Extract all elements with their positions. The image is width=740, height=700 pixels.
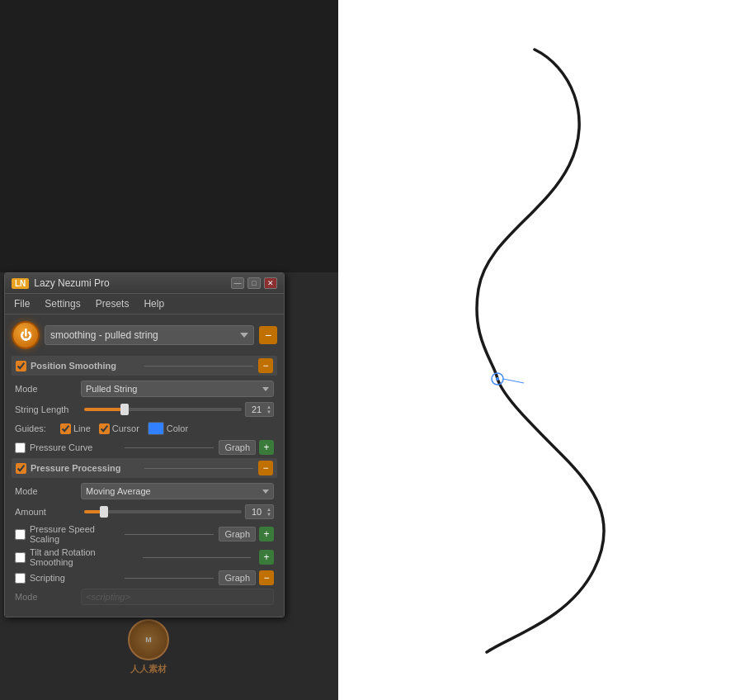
watermark-text: 人人素材	[130, 663, 167, 675]
guide-line-label: Line	[73, 423, 91, 433]
string-length-fill	[84, 408, 124, 411]
tilt-rotation-plus[interactable]: +	[259, 550, 274, 565]
preset-dropdown[interactable]: smoothing - pulled string	[45, 325, 254, 345]
tilt-rotation-row: Tilt and Rotation Smoothing +	[12, 547, 277, 567]
preset-minus-button[interactable]: −	[259, 326, 277, 344]
mode-label: Mode	[15, 384, 81, 394]
pressure-processing-label: Pressure Processing	[31, 463, 139, 473]
scripting-row: Scripting Graph −	[12, 570, 277, 585]
disabled-mode-row: Mode	[12, 589, 277, 605]
guide-line-checkbox[interactable]	[60, 423, 71, 434]
scripting-checkbox[interactable]	[15, 573, 26, 584]
position-smoothing-label: Position Smoothing	[31, 361, 139, 371]
string-length-input[interactable]	[247, 404, 266, 414]
pressure-processing-checkbox[interactable]	[16, 463, 26, 474]
maximize-button[interactable]: □	[247, 277, 261, 289]
guide-cursor-label: Cursor	[112, 423, 139, 433]
watermark: M 人人素材	[128, 619, 169, 675]
pressure-curve-row: Pressure Curve Graph +	[12, 440, 277, 455]
guides-label: Guides:	[15, 423, 60, 433]
guide-cursor-checkbox[interactable]	[99, 423, 110, 434]
dark-background	[0, 0, 338, 272]
amount-track[interactable]	[84, 510, 242, 513]
position-smoothing-header: Position Smoothing −	[12, 356, 277, 376]
pressure-speed-label: Pressure Speed Scaling	[30, 524, 120, 544]
guide-line-item: Line	[60, 423, 91, 434]
panel-body: ⏻ smoothing - pulled string − Position S…	[5, 315, 284, 617]
pressure-curve-label: Pressure Curve	[30, 442, 120, 452]
pressure-speed-graph-button[interactable]: Graph	[219, 527, 256, 542]
amount-label: Amount	[15, 507, 81, 517]
pressure-processing-header: Pressure Processing −	[12, 458, 277, 478]
ln-badge: LN	[12, 278, 29, 289]
amount-row: Amount ▲ ▼	[12, 504, 277, 519]
minimize-button[interactable]: —	[231, 277, 244, 289]
position-smoothing-checkbox[interactable]	[16, 361, 26, 371]
pressure-curve-plus[interactable]: +	[259, 440, 274, 455]
pressure-processing-line	[144, 468, 253, 469]
scripting-minus[interactable]: −	[259, 570, 274, 585]
pressure-curve-graph-button[interactable]: Graph	[219, 440, 256, 455]
pressure-speed-row: Pressure Speed Scaling Graph +	[12, 524, 277, 544]
amount-thumb[interactable]	[100, 506, 108, 518]
string-length-label: String Length	[15, 404, 81, 414]
menu-help[interactable]: Help	[141, 297, 167, 310]
menu-presets[interactable]: Presets	[93, 297, 132, 310]
window-title: Lazy Nezumi Pro	[34, 277, 109, 289]
preset-row: ⏻ smoothing - pulled string −	[12, 321, 277, 349]
string-length-spinners[interactable]: ▲ ▼	[266, 404, 271, 414]
pressure-speed-checkbox[interactable]	[15, 529, 26, 540]
drawing-canvas[interactable]	[338, 0, 740, 700]
title-bar-left: LN Lazy Nezumi Pro	[12, 277, 110, 289]
power-button[interactable]: ⏻	[12, 321, 40, 349]
tilt-rotation-line	[143, 557, 251, 558]
pressure-curve-line	[125, 447, 214, 448]
guide-cursor-item: Cursor	[99, 423, 139, 434]
pressure-speed-line	[125, 534, 214, 535]
power-icon: ⏻	[20, 329, 31, 342]
string-length-thumb[interactable]	[120, 404, 129, 415]
scripting-graph-button[interactable]: Graph	[219, 570, 256, 585]
pressure-mode-row: Mode Moving Average	[12, 483, 277, 499]
canvas-area[interactable]	[338, 0, 740, 700]
scripting-label: Scripting	[30, 573, 120, 583]
color-label: Color	[167, 423, 188, 433]
mode-dropdown[interactable]: Pulled String	[81, 381, 274, 397]
amount-input[interactable]	[247, 507, 266, 517]
watermark-symbol: M	[145, 636, 152, 644]
disabled-mode-label: Mode	[15, 592, 81, 602]
tilt-rotation-checkbox[interactable]	[15, 552, 26, 563]
menu-file[interactable]: File	[12, 297, 32, 310]
menu-bar: File Settings Presets Help	[5, 294, 284, 315]
amount-value-container: ▲ ▼	[245, 504, 274, 519]
mode-row: Mode Pulled String	[12, 381, 277, 397]
title-controls: — □ ✕	[231, 277, 277, 289]
cursor-dot	[496, 377, 499, 381]
string-length-track[interactable]	[84, 408, 242, 411]
position-smoothing-line	[144, 366, 253, 367]
title-bar: LN Lazy Nezumi Pro — □ ✕	[5, 273, 284, 294]
pressure-processing-minus[interactable]: −	[258, 461, 273, 475]
string-length-row: String Length ▲ ▼	[12, 402, 277, 417]
menu-settings[interactable]: Settings	[42, 297, 82, 310]
amount-spinners[interactable]: ▲ ▼	[266, 507, 271, 517]
scripting-mode-input	[81, 589, 274, 605]
pressure-mode-label: Mode	[15, 486, 81, 496]
tilt-rotation-label: Tilt and Rotation Smoothing	[30, 547, 138, 567]
amount-spin-down[interactable]: ▼	[266, 512, 271, 517]
cursor-line	[503, 379, 524, 383]
pressure-mode-dropdown[interactable]: Moving Average	[81, 483, 274, 499]
string-length-value-container: ▲ ▼	[245, 402, 274, 417]
guides-row: Guides: Line Cursor Color	[12, 422, 277, 435]
spin-down[interactable]: ▼	[266, 409, 271, 414]
scripting-line	[125, 578, 214, 579]
color-swatch[interactable]	[148, 422, 164, 435]
close-button[interactable]: ✕	[264, 277, 277, 289]
position-smoothing-minus[interactable]: −	[258, 358, 273, 373]
panel-window: LN Lazy Nezumi Pro — □ ✕ File Settings P…	[4, 272, 285, 617]
pressure-speed-plus[interactable]: +	[259, 527, 274, 542]
pressure-curve-checkbox[interactable]	[15, 442, 26, 453]
